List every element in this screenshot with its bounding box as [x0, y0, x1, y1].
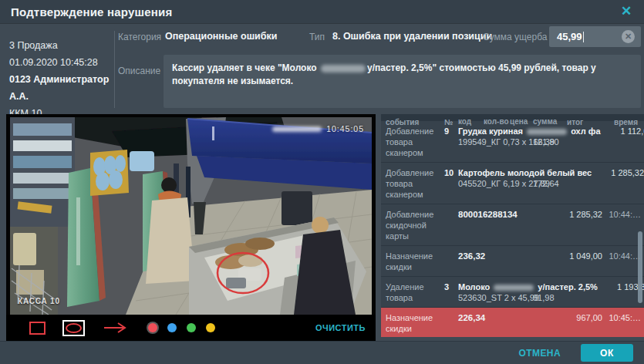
- total-cell: 1 193,34: [598, 281, 644, 303]
- event-info-panel: 3 Продажа 01.09.2020 10:45:28 0123 Админ…: [9, 37, 110, 122]
- header-event: события: [386, 118, 444, 126]
- event-cell: Назначение скидки: [386, 251, 444, 272]
- events-table: события № кодкол-воценасумма итог время …: [381, 114, 644, 337]
- dialog-title: Подтверждение нарушения: [11, 5, 172, 19]
- color-red-icon[interactable]: [148, 323, 157, 332]
- color-blue-icon[interactable]: [167, 323, 177, 332]
- arrow-tool-icon[interactable]: [103, 322, 128, 334]
- detail-cell: Картофель молодой белый вес 045520_КГ 6,…: [458, 167, 592, 200]
- header-kod: код: [458, 117, 471, 126]
- total-cell: 1 285,32: [592, 167, 644, 200]
- num-cell: 10: [444, 167, 458, 200]
- rectangle-tool-icon[interactable]: [29, 322, 46, 335]
- event-cell: Добавление скидочной карты: [386, 209, 444, 241]
- table-row[interactable]: Удаление товара 3 Молоко у/пастер. 2,5% …: [381, 277, 644, 308]
- ok-button[interactable]: ОК: [581, 344, 633, 362]
- violation-dialog: Подтверждение нарушения ✕ 3 Продажа 01.0…: [0, 0, 644, 364]
- redacted-text: [527, 129, 567, 135]
- redacted-text: [321, 65, 366, 72]
- dialog-titlebar: Подтверждение нарушения ✕: [0, 0, 644, 23]
- table-row[interactable]: Назначение скидки 226,34 967,00 10:45:…: [381, 308, 644, 337]
- header-cena: цена: [510, 117, 528, 126]
- color-yellow-icon[interactable]: [206, 323, 215, 332]
- damage-label: Сумма ущерба: [483, 32, 547, 42]
- time-cell: 10:44:…: [604, 251, 641, 272]
- video-player: 10:45:05 КАССА 10 ОЧИСТИТЬ: [6, 114, 376, 341]
- datetime-label: 01.09.2020 10:45:28: [9, 54, 110, 71]
- event-cell: Удаление товара: [386, 281, 444, 303]
- description-prefix: Кассир удаляет в чеке "Молоко: [172, 62, 319, 73]
- table-row[interactable]: Назначение скидки 236,32 1 049,00 10:44:…: [381, 246, 644, 277]
- time-cell: 10:45:…: [604, 312, 641, 334]
- total-cell: 967,00: [550, 312, 604, 334]
- cctv-illustration: [10, 117, 372, 315]
- num-cell: [444, 312, 458, 334]
- camera-label: КАССА 10: [18, 297, 60, 305]
- detail-cell: 236,32: [458, 251, 550, 272]
- clear-input-icon[interactable]: ✕: [622, 30, 635, 43]
- cctv-frame: 10:45:05 КАССА 10: [10, 117, 372, 315]
- detail-cell: Молоко у/пастер. 2,5% 523630_ST 2 x 45,9…: [458, 281, 598, 303]
- header-summa: сумма: [533, 117, 557, 126]
- category-label: Категория: [118, 32, 161, 42]
- video-osd: 10:45:05: [272, 124, 364, 133]
- operation-label: 3 Продажа: [9, 37, 110, 54]
- ellipse-glyph: [66, 323, 82, 333]
- description-label: Описание: [118, 66, 160, 76]
- category-value: Операционные ошибки: [165, 31, 277, 42]
- header-total: итог: [550, 118, 604, 126]
- ellipse-tool-icon[interactable]: [62, 320, 85, 336]
- text-caret: [583, 32, 585, 42]
- table-scrollbar[interactable]: [638, 231, 642, 303]
- redacted-text: [494, 285, 534, 291]
- color-green-icon[interactable]: [187, 323, 196, 332]
- damage-input[interactable]: 45,99 ✕: [549, 26, 641, 47]
- num-cell: [444, 209, 458, 241]
- close-icon[interactable]: ✕: [618, 3, 635, 20]
- num-cell: 9: [444, 126, 458, 158]
- type-label: Тип: [309, 32, 325, 42]
- total-cell: 1 112,68: [601, 126, 644, 158]
- detail-cell: Грудка куриная охл фа 199549_КГ 0,73 x 1…: [458, 126, 601, 158]
- header-num: №: [444, 118, 458, 126]
- num-cell: 3: [444, 281, 458, 303]
- event-cell: Добавление товара сканером: [386, 126, 444, 158]
- description-field[interactable]: Кассир удаляет в чеке "Молоко у/пастер. …: [164, 55, 641, 108]
- annotation-toolbar: ОЧИСТИТЬ: [6, 315, 376, 341]
- header-kolvo: кол-во: [484, 117, 509, 126]
- table-row[interactable]: Добавление товара сканером 10 Картофель …: [381, 163, 644, 204]
- total-cell: 1 285,32: [550, 209, 604, 241]
- cancel-button[interactable]: ОТМЕНА: [519, 348, 561, 359]
- divider: [114, 31, 115, 108]
- total-cell: 1 049,00: [550, 251, 604, 272]
- table-body: Добавление товара сканером 9 Грудка кури…: [381, 121, 644, 337]
- detail-cell: 800016288134: [458, 209, 550, 241]
- clear-annotations-button[interactable]: ОЧИСТИТЬ: [315, 323, 366, 332]
- type-value: 8. Ошибка при удалении позиции: [332, 31, 492, 42]
- color-palette: [148, 323, 215, 332]
- num-cell: [444, 251, 458, 272]
- operator-label: 0123 Администратор А.А.: [9, 71, 110, 105]
- video-timestamp: 10:45:05: [326, 124, 364, 133]
- damage-value: 45,99: [557, 31, 582, 42]
- header-time: время: [604, 118, 641, 126]
- redacted-camera-name: [272, 126, 322, 132]
- event-cell: Назначение скидки: [386, 312, 444, 334]
- event-cell: Добавление товара сканером: [386, 167, 444, 200]
- dialog-footer: ОТМЕНА ОК: [0, 341, 644, 364]
- time-cell: 10:44:…: [604, 209, 641, 241]
- detail-cell: 226,34: [458, 312, 550, 334]
- table-row[interactable]: Добавление скидочной карты 800016288134 …: [381, 204, 644, 246]
